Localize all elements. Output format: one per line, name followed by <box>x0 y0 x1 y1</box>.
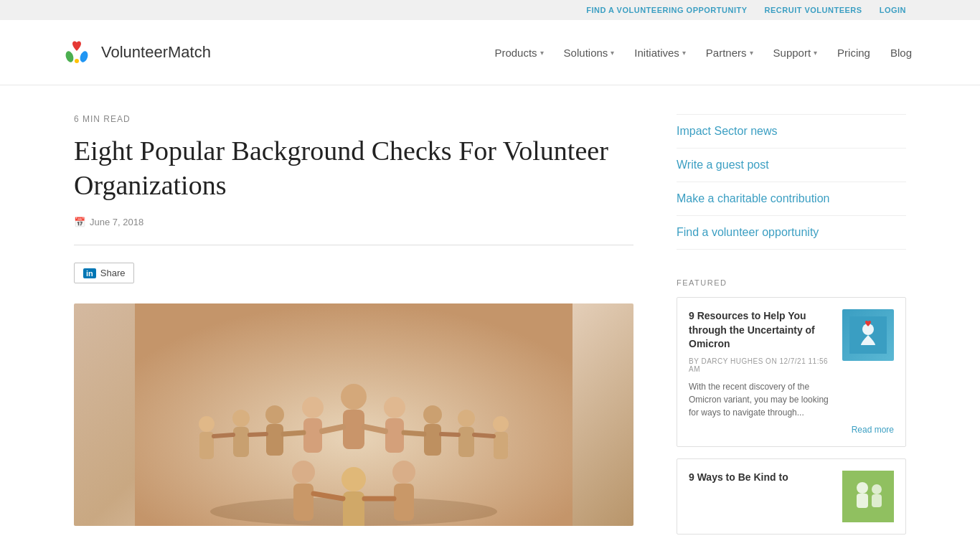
featured-card-1-title: 9 Resources to Help You through the Unce… <box>689 309 832 352</box>
calendar-icon: 📅 <box>74 217 85 227</box>
sidebar: Impact Sector news Write a guest post Ma… <box>677 114 906 534</box>
svg-rect-25 <box>424 424 441 456</box>
svg-point-24 <box>423 405 442 424</box>
svg-line-14 <box>283 433 303 434</box>
main-container: 6 MIN READ Eight Popular Background Chec… <box>60 85 920 551</box>
featured-card-1-readmore[interactable]: Read more <box>689 425 894 435</box>
nav-products[interactable]: Products ▾ <box>486 41 552 65</box>
svg-point-4 <box>75 59 79 63</box>
svg-point-27 <box>458 410 475 427</box>
logo[interactable]: VolunteerMatch <box>60 35 211 70</box>
svg-point-18 <box>199 416 215 432</box>
chevron-down-icon: ▾ <box>611 49 614 57</box>
svg-point-21 <box>384 397 405 418</box>
svg-point-15 <box>232 410 250 427</box>
featured-label: FEATURED <box>677 278 906 287</box>
svg-point-7 <box>341 384 367 410</box>
svg-rect-13 <box>266 424 283 456</box>
svg-line-26 <box>404 433 424 434</box>
svg-point-30 <box>493 416 509 432</box>
nav-partners[interactable]: Partners ▾ <box>697 41 762 65</box>
chevron-down-icon: ▾ <box>540 49 544 57</box>
logo-icon <box>60 35 94 70</box>
kindness-thumb-icon <box>842 471 894 522</box>
sidebar-link-contribution[interactable]: Make a charitable contribution <box>677 182 906 216</box>
article-date: 📅 June 7, 2018 <box>74 217 633 227</box>
featured-card-1-excerpt: With the recent discovery of the Omicron… <box>689 380 832 419</box>
svg-point-35 <box>392 461 415 484</box>
sidebar-links: Impact Sector news Write a guest post Ma… <box>677 114 906 250</box>
linkedin-icon: in <box>83 268 96 278</box>
nav-support[interactable]: Support ▾ <box>765 41 826 65</box>
nav-solutions[interactable]: Solutions ▾ <box>555 41 623 65</box>
svg-rect-8 <box>343 410 364 449</box>
svg-rect-31 <box>494 432 508 459</box>
logo-text: VolunteerMatch <box>101 43 211 62</box>
svg-rect-16 <box>233 427 249 457</box>
svg-point-44 <box>857 482 868 494</box>
chevron-down-icon: ▾ <box>814 49 817 57</box>
svg-point-12 <box>265 405 284 424</box>
article-hero-image <box>74 303 633 526</box>
svg-rect-34 <box>293 484 314 521</box>
svg-rect-10 <box>303 418 322 453</box>
find-volunteering-link[interactable]: FIND A VOLUNTEERING OPPORTUNITY <box>586 6 747 14</box>
svg-line-29 <box>441 434 458 435</box>
sidebar-link-impact[interactable]: Impact Sector news <box>677 114 906 149</box>
nav-pricing[interactable]: Pricing <box>829 41 879 65</box>
svg-point-37 <box>341 467 366 491</box>
featured-card-2: 9 Ways to Be Kind to <box>677 458 906 534</box>
read-time: 6 MIN READ <box>74 114 633 124</box>
svg-line-32 <box>474 435 494 436</box>
recruit-volunteers-link[interactable]: RECRUIT VOLUNTEERS <box>765 6 862 14</box>
sidebar-link-volunteer[interactable]: Find a volunteer opportunity <box>677 216 906 250</box>
vm-thumb-icon <box>849 316 887 354</box>
svg-rect-22 <box>385 418 404 453</box>
sidebar-link-guest[interactable]: Write a guest post <box>677 149 906 182</box>
svg-rect-36 <box>394 484 414 521</box>
svg-rect-45 <box>857 494 868 508</box>
login-link[interactable]: LOGIN <box>880 6 906 14</box>
article-main: 6 MIN READ Eight Popular Background Chec… <box>74 114 633 534</box>
svg-point-9 <box>302 397 324 418</box>
svg-rect-38 <box>343 491 364 526</box>
svg-rect-19 <box>199 432 214 459</box>
featured-card-1: 9 Resources to Help You through the Unce… <box>677 297 906 447</box>
main-nav: Products ▾ Solutions ▾ Initiatives ▾ Par… <box>486 41 920 65</box>
top-bar: FIND A VOLUNTEERING OPPORTUNITY RECRUIT … <box>0 0 980 20</box>
site-header: VolunteerMatch Products ▾ Solutions ▾ In… <box>0 20 980 85</box>
featured-card-2-title: 9 Ways to Be Kind to <box>689 471 832 485</box>
article-title: Eight Popular Background Checks For Volu… <box>74 134 633 202</box>
linkedin-share-button[interactable]: in Share <box>74 263 134 283</box>
svg-rect-47 <box>872 494 882 507</box>
svg-rect-28 <box>458 427 474 457</box>
featured-card-2-thumbnail <box>842 471 894 522</box>
svg-point-33 <box>292 461 315 484</box>
nav-blog[interactable]: Blog <box>882 41 920 65</box>
svg-point-46 <box>872 484 882 494</box>
svg-line-17 <box>250 434 266 435</box>
nav-initiatives[interactable]: Initiatives ▾ <box>626 41 694 65</box>
article-divider <box>74 245 633 245</box>
featured-card-1-thumbnail <box>842 309 894 361</box>
chevron-down-icon: ▾ <box>750 49 753 57</box>
hero-svg <box>74 303 633 526</box>
featured-card-1-meta: BY DARCY HUGHES ON 12/7/21 11:56 AM <box>689 357 832 373</box>
svg-line-20 <box>214 435 233 436</box>
chevron-down-icon: ▾ <box>682 49 686 57</box>
